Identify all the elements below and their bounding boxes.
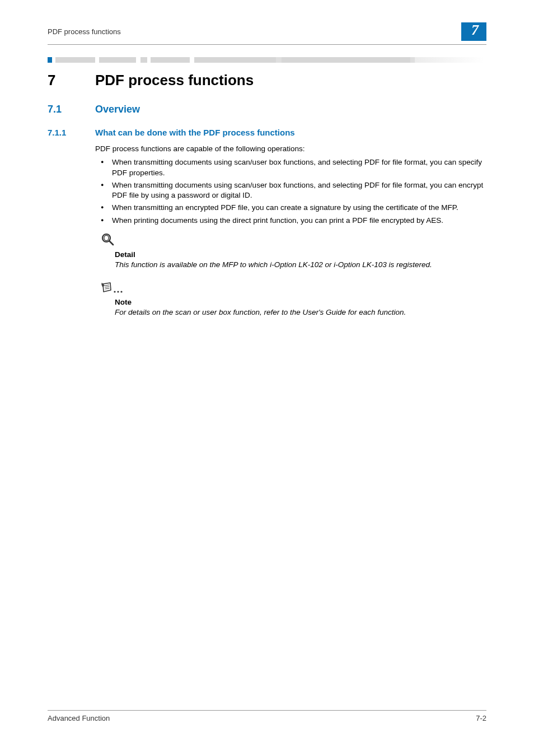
detail-header: Detail [115, 250, 486, 259]
body-text: PDF process functions are capable of the… [95, 144, 486, 226]
header-rule [48, 44, 486, 45]
footer-left: Advanced Function [48, 714, 110, 722]
note-icon [101, 282, 486, 297]
list-item: When transmitting an encrypted PDF file,… [95, 203, 486, 213]
svg-line-5 [105, 288, 110, 289]
chapter-badge: 7 [461, 22, 486, 41]
section-heading: 7.1 Overview [48, 104, 486, 115]
detail-body: This function is available on the MFP to… [115, 260, 486, 270]
bullet-list: When transmitting documents using scan/u… [95, 157, 486, 225]
decorative-strip [48, 57, 486, 63]
svg-point-8 [120, 291, 122, 292]
list-item: When transmitting documents using scan/u… [95, 180, 486, 200]
page-footer: Advanced Function 7-2 [48, 710, 486, 722]
content-area: 7 PDF process functions 7.1 Overview 7.1… [0, 72, 534, 318]
section-title: Overview [95, 104, 140, 115]
note-body: For details on the scan or user box func… [115, 307, 486, 318]
svg-line-3 [105, 285, 109, 286]
detail-callout: Detail This function is available on the… [98, 232, 486, 270]
chapter-title: PDF process functions [95, 72, 254, 89]
footer-page-number: 7-2 [476, 714, 486, 722]
svg-point-6 [114, 291, 115, 292]
subsection-title: What can be done with the PDF process fu… [95, 128, 295, 137]
svg-point-7 [117, 291, 119, 292]
svg-point-1 [104, 235, 109, 241]
svg-line-2 [109, 241, 113, 245]
note-header: Note [115, 298, 486, 306]
list-item: When transmitting documents using scan/u… [95, 157, 486, 178]
svg-line-4 [105, 287, 109, 287]
note-callout: Note For details on the scan or user box… [98, 282, 486, 318]
page-header: PDF process functions 7 [0, 0, 534, 41]
subsection-heading: 7.1.1 What can be done with the PDF proc… [48, 128, 486, 137]
running-title: PDF process functions [48, 27, 121, 36]
section-number: 7.1 [48, 104, 95, 115]
magnifier-icon [101, 232, 486, 249]
footer-rule [48, 710, 486, 711]
chapter-number: 7 [48, 72, 95, 89]
subsection-number: 7.1.1 [48, 128, 95, 137]
list-item: When printing documents using the direct… [95, 216, 486, 226]
intro-paragraph: PDF process functions are capable of the… [95, 144, 486, 155]
chapter-heading: 7 PDF process functions [48, 72, 486, 89]
